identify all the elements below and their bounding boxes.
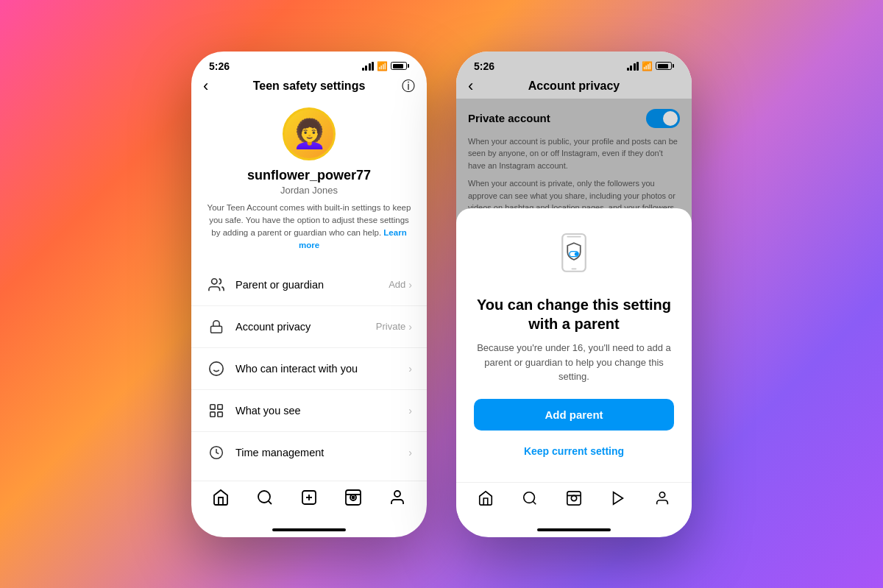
page-title-1: Teen safety settings xyxy=(253,79,366,93)
time-2: 5:26 xyxy=(474,60,494,72)
modal-card: You can change this setting with a paren… xyxy=(456,208,692,482)
add-parent-button[interactable]: Add parent xyxy=(474,399,674,431)
menu-item-interact[interactable]: Who can interact with you › xyxy=(191,348,427,390)
page-title-2: Account privacy xyxy=(528,79,620,93)
svg-point-10 xyxy=(258,491,270,503)
modal-overlay: You can change this setting with a paren… xyxy=(456,99,692,482)
svg-point-31 xyxy=(659,492,664,497)
svg-rect-5 xyxy=(210,404,215,408)
info-button-1[interactable]: ⓘ xyxy=(402,77,415,95)
svg-point-28 xyxy=(571,495,576,500)
see-right: › xyxy=(408,405,412,417)
status-bar-1: 5:26 📶 xyxy=(191,52,427,75)
interact-icon xyxy=(206,358,227,379)
profile-nav-icon[interactable] xyxy=(389,489,406,511)
svg-rect-6 xyxy=(218,404,222,408)
time-icon xyxy=(206,442,227,463)
nav-bar-2: ‹ Account privacy xyxy=(456,75,692,99)
wifi-icon: 📶 xyxy=(377,61,388,71)
svg-point-17 xyxy=(352,496,355,498)
privacy-label: Account privacy xyxy=(235,321,376,333)
lock-icon xyxy=(206,316,227,337)
keep-setting-button[interactable]: Keep current setting xyxy=(474,438,674,464)
home-nav-icon[interactable] xyxy=(212,489,230,511)
menu-list: Parent or guardian Add › Account privacy… xyxy=(191,258,427,481)
svg-point-19 xyxy=(394,491,400,497)
menu-item-time[interactable]: Time management › xyxy=(191,432,427,473)
svg-line-11 xyxy=(269,500,272,503)
menu-item-see[interactable]: What you see › xyxy=(191,390,427,432)
avatar-image: 👩‍🦱 xyxy=(292,120,327,148)
modal-icon-container xyxy=(474,229,674,283)
wifi-icon-2: 📶 xyxy=(642,61,653,71)
time-label: Time management xyxy=(235,447,408,458)
time-1: 5:26 xyxy=(209,60,230,72)
bottom-nav-2 xyxy=(456,482,692,525)
modal-title: You can change this setting with a paren… xyxy=(474,295,674,333)
time-right: › xyxy=(408,447,412,458)
search-nav-icon[interactable] xyxy=(256,489,274,511)
nav-bar-1: ‹ Teen safety settings ⓘ xyxy=(191,75,427,99)
status-icons-1: 📶 xyxy=(362,61,410,71)
parent-right: Add › xyxy=(389,279,412,291)
menu-item-privacy[interactable]: Account privacy Private › xyxy=(191,306,427,348)
profile-section: 👩‍🦱 sunflower_power77 Jordan Jones Your … xyxy=(191,99,427,258)
battery-icon-2 xyxy=(656,62,674,70)
svg-rect-20 xyxy=(562,234,586,272)
svg-rect-1 xyxy=(211,326,222,333)
status-bar-2: 5:26 📶 xyxy=(456,52,692,75)
svg-point-0 xyxy=(212,278,217,283)
svg-rect-7 xyxy=(210,411,215,416)
chevron-icon: › xyxy=(408,405,412,417)
add-nav-icon[interactable] xyxy=(300,489,318,511)
svg-point-25 xyxy=(524,492,535,503)
interact-right: › xyxy=(408,363,412,375)
svg-rect-8 xyxy=(218,411,222,416)
svg-marker-30 xyxy=(614,492,623,504)
see-icon xyxy=(206,400,227,421)
status-icons-2: 📶 xyxy=(627,61,675,71)
parent-icon xyxy=(206,274,227,295)
username: sunflower_power77 xyxy=(247,168,371,183)
svg-line-26 xyxy=(533,501,536,504)
teen-account-desc: Your Teen Account comes with built-in se… xyxy=(206,202,412,252)
home-nav-icon-2[interactable] xyxy=(478,490,494,511)
profile-nav-icon-2[interactable] xyxy=(654,490,670,511)
home-indicator-2 xyxy=(537,528,611,531)
phone-2: 5:26 📶 ‹ Account privacy Private account… xyxy=(456,52,692,537)
modal-desc: Because you're under 16, you'll need to … xyxy=(474,341,674,384)
reels-nav-icon-2[interactable] xyxy=(566,490,582,511)
svg-point-24 xyxy=(575,252,578,256)
reels-nav-icon[interactable] xyxy=(344,489,362,511)
play-nav-icon-2[interactable] xyxy=(610,490,626,511)
chevron-icon: › xyxy=(408,279,412,291)
privacy-content: Private account When your account is pub… xyxy=(456,99,692,482)
back-button-2[interactable]: ‹ xyxy=(468,77,473,96)
see-label: What you see xyxy=(235,405,408,417)
phone-1: 5:26 📶 ‹ Teen safety settings ⓘ 👩‍🦱 sunf… xyxy=(191,52,427,537)
fullname: Jordan Jones xyxy=(280,185,338,196)
back-button-1[interactable]: ‹ xyxy=(203,77,208,96)
parent-label: Parent or guardian xyxy=(235,279,389,291)
battery-icon xyxy=(391,62,409,70)
privacy-right: Private › xyxy=(376,321,412,333)
menu-item-parent[interactable]: Parent or guardian Add › xyxy=(191,264,427,306)
interact-label: Who can interact with you xyxy=(235,363,408,375)
shield-phone-icon xyxy=(548,229,600,280)
home-indicator-1 xyxy=(272,528,346,531)
signal-icon xyxy=(362,62,375,71)
signal-icon-2 xyxy=(627,62,639,71)
search-nav-icon-2[interactable] xyxy=(522,490,538,511)
chevron-icon: › xyxy=(408,321,412,333)
avatar: 👩‍🦱 xyxy=(283,107,336,160)
chevron-icon: › xyxy=(408,363,412,375)
bottom-nav-1 xyxy=(191,481,427,525)
chevron-icon: › xyxy=(408,447,412,458)
svg-rect-27 xyxy=(567,491,581,504)
svg-point-2 xyxy=(210,361,223,375)
